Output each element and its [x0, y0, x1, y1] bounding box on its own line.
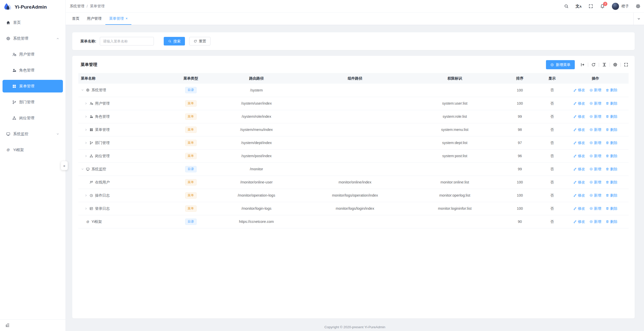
add-row-button[interactable]: 新增	[589, 114, 601, 119]
sidebar-item-role[interactable]: 角色管理	[3, 64, 63, 77]
cell-actions: 修改新增删除	[562, 97, 629, 110]
sidebar-collapse-handle[interactable]: «	[61, 161, 68, 170]
column-header: 排序	[498, 73, 542, 84]
add-menu-button[interactable]: 新增菜单	[546, 60, 575, 69]
add-row-button[interactable]: 新增	[589, 88, 601, 92]
edit-icon	[573, 88, 577, 92]
fullscreen-icon[interactable]	[588, 4, 593, 9]
cell-permission: monitor:operlog:list	[412, 189, 498, 202]
edit-row-button[interactable]: 修改	[573, 206, 585, 211]
add-row-button[interactable]: 新增	[589, 101, 601, 106]
edit-icon	[573, 194, 577, 197]
edit-row-button[interactable]: 修改	[573, 114, 585, 119]
search-button[interactable]: 搜索	[164, 37, 185, 45]
tab-菜单管理[interactable]: 菜单管理×	[105, 13, 131, 25]
sidebar-item-gear[interactable]: 系统管理	[3, 32, 63, 45]
breadcrumb: 系统管理 / 菜单管理	[70, 4, 105, 9]
avatar	[612, 3, 619, 10]
row-expand-right-icon[interactable]	[84, 141, 88, 145]
add-row-button[interactable]: 新增	[589, 154, 601, 158]
del-row-button[interactable]: 删除	[606, 154, 617, 158]
edit-row-button[interactable]: 修改	[573, 140, 585, 145]
search-icon[interactable]	[564, 4, 569, 9]
del-row-button[interactable]: 删除	[606, 219, 617, 224]
type-tag: 目录	[185, 87, 197, 93]
sidebar-item-home[interactable]: 首页	[3, 16, 63, 29]
del-row-button[interactable]: 删除	[606, 114, 617, 119]
menu-name-input[interactable]	[100, 37, 154, 45]
edit-row-button[interactable]: 修改	[573, 180, 585, 185]
tab-close-icon[interactable]: ×	[126, 17, 128, 20]
column-settings-icon[interactable]	[613, 62, 617, 67]
cell-route: /system/role/index	[215, 110, 298, 123]
edit-row-button[interactable]: 修改	[573, 219, 585, 224]
action-label: 删除	[610, 193, 617, 198]
cell-menu-name: 操作日志	[78, 189, 167, 202]
refresh-icon[interactable]	[591, 62, 596, 67]
cell-menu-type: 目录	[167, 84, 215, 97]
row-expand-down-icon[interactable]	[81, 168, 84, 171]
translate-icon[interactable]: 文A	[576, 4, 582, 8]
table-row: 在线用户菜单/monitor/online-usermonitor/online…	[78, 176, 629, 189]
menu-fold-icon[interactable]	[5, 323, 10, 328]
del-row-button[interactable]: 删除	[606, 127, 617, 132]
edit-row-button[interactable]: 修改	[573, 154, 585, 158]
del-row-button[interactable]: 删除	[606, 206, 617, 211]
expand-toggle-icon[interactable]	[580, 62, 585, 67]
search-field-label: 菜单名称:	[80, 39, 96, 44]
row-expand-right-icon[interactable]	[84, 207, 88, 210]
table-fullscreen-icon[interactable]	[624, 62, 628, 67]
clock-icon	[89, 194, 93, 197]
del-row-button[interactable]: 删除	[606, 101, 617, 106]
tabs-menu-button[interactable]	[633, 13, 644, 25]
cell-menu-type: 菜单	[167, 110, 215, 123]
del-row-button[interactable]: 删除	[606, 140, 617, 145]
add-row-button[interactable]: 新增	[589, 193, 601, 198]
add-row-button[interactable]: 新增	[589, 219, 601, 224]
menu-name-text: 用户管理	[95, 101, 110, 106]
edit-row-button[interactable]: 修改	[573, 88, 585, 92]
sidebar-item-at[interactable]: Yi框架	[3, 144, 63, 156]
add-row-button[interactable]: 新增	[589, 127, 601, 132]
row-expand-right-icon[interactable]	[84, 154, 88, 158]
cell-visible: 否	[542, 123, 562, 136]
cell-sort: 98	[498, 123, 542, 136]
add-row-button[interactable]: 新增	[589, 167, 601, 172]
cell-menu-name: 部门管理	[78, 136, 167, 149]
settings-gear-icon[interactable]	[636, 4, 640, 9]
tab-用户管理[interactable]: 用户管理	[83, 13, 105, 25]
edit-row-button[interactable]: 修改	[573, 101, 585, 106]
row-expand-right-icon[interactable]	[84, 194, 88, 197]
cell-component: monitor/logs/operation/index	[298, 189, 412, 202]
del-row-button[interactable]: 删除	[606, 180, 617, 185]
add-row-button[interactable]: 新增	[589, 180, 601, 185]
edit-row-button[interactable]: 修改	[573, 127, 585, 132]
cell-sort: 100	[498, 84, 542, 97]
user-menu[interactable]: 橙子	[612, 3, 629, 10]
row-expand-down-icon[interactable]	[81, 88, 84, 92]
edit-row-button[interactable]: 修改	[573, 167, 585, 172]
add-row-button[interactable]: 新增	[589, 206, 601, 211]
sidebar-item-monitor[interactable]: 系统监控	[3, 128, 63, 140]
table-body: 系统管理目录/system100否修改新增删除用户管理菜单/system/use…	[78, 84, 629, 228]
add-row-button[interactable]: 新增	[589, 140, 601, 145]
reset-button[interactable]: 重置	[189, 37, 210, 45]
density-icon[interactable]	[602, 62, 607, 67]
app-logo[interactable]: Yi-PureAdmin	[0, 0, 65, 14]
sidebar-item-dept[interactable]: 部门管理	[3, 96, 63, 108]
tab-首页[interactable]: 首页	[68, 13, 83, 25]
del-row-button[interactable]: 删除	[606, 88, 617, 92]
row-expand-right-icon[interactable]	[84, 128, 88, 131]
sidebar-item-post[interactable]: 岗位管理	[3, 112, 63, 124]
cell-permission: system:post:list	[412, 149, 498, 162]
breadcrumb-item[interactable]: 系统管理	[70, 4, 84, 9]
del-row-button[interactable]: 删除	[606, 167, 617, 172]
del-row-button[interactable]: 删除	[606, 193, 617, 198]
row-expand-right-icon[interactable]	[84, 115, 88, 118]
sidebar-item-grid[interactable]: 菜单管理	[3, 80, 63, 92]
row-expand-right-icon[interactable]	[84, 102, 88, 105]
notifications-button[interactable]: 7	[600, 4, 605, 9]
action-label: 新增	[594, 114, 601, 119]
sidebar-item-user[interactable]: 用户管理	[3, 48, 63, 61]
edit-row-button[interactable]: 修改	[573, 193, 585, 198]
